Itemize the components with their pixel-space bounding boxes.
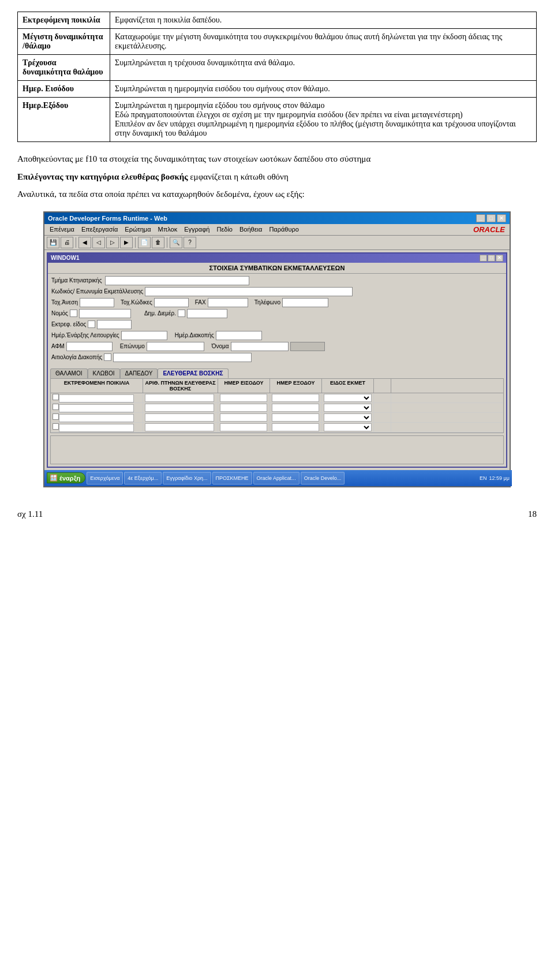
menu-voitheia[interactable]: Βοήθεια <box>237 225 265 234</box>
taskbar-item-1[interactable]: 4ε Εξερχόμ... <box>124 472 162 485</box>
grid-select-1-5[interactable] <box>324 394 372 402</box>
grid-input-4-3[interactable] <box>220 423 267 431</box>
paragraph-3: Αναλυτικά, τα πεδία στα οποία πρέπει να … <box>17 188 537 201</box>
grid-select-4-5[interactable] <box>324 423 372 431</box>
grid-select-3-5[interactable] <box>324 413 372 422</box>
grid-input-4-2[interactable] <box>145 423 214 431</box>
tab-klovoi[interactable]: ΚΛΩΒΟΙ <box>88 368 120 378</box>
tb-sep2 <box>135 237 136 248</box>
grid-input-1-4[interactable] <box>272 394 319 402</box>
grid-input-1-1[interactable] <box>59 394 134 403</box>
titlebar-buttons[interactable]: _ □ ✕ <box>476 214 506 222</box>
tach-anash-label: Τοχ.Άνεση <box>51 299 78 305</box>
tb-delete[interactable]: 🗑 <box>152 237 164 248</box>
tab-eleutheras-voskis[interactable]: ΕΛΕΥΘΕΡΑΣ ΒΟΣΚΗΣ <box>158 368 228 378</box>
eponymo-input[interactable] <box>147 342 204 351</box>
taskbar-item-0[interactable]: Εισερχόμενα <box>87 472 123 485</box>
aitiologia-checkbox[interactable] <box>104 353 111 361</box>
tb-help[interactable]: ? <box>184 237 196 248</box>
afm-input[interactable] <box>66 342 113 351</box>
data-grid: ΕΚΤΡΕΦΟΜΕΝΗ ΠΟΙΚΙΛΙΑ ΑΡΙΘ. ΠΤΗΝΩΝ ΕΛΕΥΘΕ… <box>50 378 504 433</box>
menu-epexergasia[interactable]: Επεξεργασία <box>78 225 121 234</box>
tmima-input[interactable] <box>105 276 249 285</box>
nomos-row: Νομός Δημ. Διεμέρ. <box>51 309 503 318</box>
menu-mplok[interactable]: Μπλοκ <box>155 225 181 234</box>
menu-erotema[interactable]: Ερώτημα <box>122 225 154 234</box>
inner-close[interactable]: ✕ <box>496 255 503 262</box>
grid-input-3-4[interactable] <box>272 413 319 422</box>
menu-eggrafi[interactable]: Εγγραφή <box>181 225 212 234</box>
nomos-checkbox[interactable] <box>70 310 77 317</box>
kodikos-input[interactable] <box>145 287 353 296</box>
tach-anash-input[interactable] <box>80 298 114 307</box>
start-button[interactable]: 🪟 έναρξη <box>47 472 85 483</box>
close-button[interactable]: ✕ <box>497 214 506 222</box>
onoma-extra-input[interactable] <box>290 342 325 351</box>
inner-window-title: WINDOW1 <box>51 255 79 261</box>
tb-new[interactable]: 📄 <box>138 237 151 248</box>
menu-pedio[interactable]: Πεδίο <box>214 225 235 234</box>
tmima-row: Τμήμα Κτηνιατρικής <box>51 276 503 285</box>
hmer-diakopis-input[interactable] <box>216 331 262 340</box>
taskbar-item-2[interactable]: Εγγραφίδιο Χρη... <box>163 472 211 485</box>
grid-input-3-2[interactable] <box>145 413 214 422</box>
menu-parathyro[interactable]: Παράθυρο <box>266 225 301 234</box>
grid-col-exodos: ΗΜΕΡ ΕΞΟΔΟΥ <box>270 379 322 393</box>
grid-cell-4-6 <box>374 423 391 432</box>
start-icon: 🪟 <box>50 474 58 482</box>
taskbar-item-3[interactable]: ΠΡΟΣΚΜΕΗΕ <box>212 472 252 485</box>
minimize-button[interactable]: _ <box>476 214 485 222</box>
aitiologia-input[interactable] <box>113 353 252 362</box>
grid-check-3-1[interactable] <box>53 413 59 420</box>
paragraph-2-rest: εμφανίζεται η κάτωθι οθόνη <box>188 172 289 181</box>
nomos-input[interactable] <box>79 309 131 318</box>
tb-search[interactable]: 🔍 <box>170 237 182 248</box>
taskbar-item-5[interactable]: Oracle Develo... <box>301 472 345 485</box>
oracle-menubar: Επένεμα Επεξεργασία Ερώτημα Μπλοκ Εγγραφ… <box>44 224 510 236</box>
tab-dapedou[interactable]: ΔΑΠΕΔΟΥ <box>120 368 158 378</box>
taskbar-item-4[interactable]: Oracle Applicat... <box>253 472 300 485</box>
tilefono-input[interactable] <box>282 298 328 307</box>
grid-input-1-2[interactable] <box>145 394 214 402</box>
inner-minimize[interactable]: _ <box>480 255 487 262</box>
ektrof-checkbox[interactable] <box>88 321 95 328</box>
fax-label: FAX <box>195 299 206 305</box>
dhm-checkbox[interactable] <box>178 310 185 317</box>
grid-input-3-1[interactable] <box>59 414 134 422</box>
grid-input-2-1[interactable] <box>59 404 134 412</box>
tach-kodikos-input[interactable] <box>154 298 189 307</box>
tb-left[interactable]: ◀ <box>78 237 91 248</box>
oracle-logo: ORACLE <box>473 225 505 234</box>
maximize-button[interactable]: □ <box>486 214 496 222</box>
tb-print[interactable]: 🖨 <box>61 237 73 248</box>
tmima-label: Τμήμα Κτηνιατρικής <box>51 277 103 284</box>
dhm-input[interactable] <box>187 309 227 318</box>
tb-prev[interactable]: ◁ <box>92 237 105 248</box>
grid-input-1-3[interactable] <box>220 394 267 402</box>
grid-input-4-1[interactable] <box>59 424 134 432</box>
oracle-toolbar: 💾 🖨 ◀ ◁ ▷ ▶ 📄 🗑 🔍 ? <box>44 236 510 250</box>
inner-titlebar-btns[interactable]: _ □ ✕ <box>480 255 503 262</box>
grid-input-3-3[interactable] <box>220 413 267 422</box>
tab-thalamoi[interactable]: ΘΑΛΑΜΟΙ <box>50 368 88 378</box>
grid-col-arithmos: ΑΡΙΘ. ΠΤΗΝΩΝ ΕΛΕΥΘΕΡΑΣ ΒΟΣΚΗΣ <box>143 379 218 393</box>
grid-input-2-4[interactable] <box>272 404 319 412</box>
table-label-cell: Ημερ. Εισόδου <box>18 81 110 98</box>
grid-check-2-1[interactable] <box>53 404 59 410</box>
tb-save[interactable]: 💾 <box>47 237 59 248</box>
grid-input-2-2[interactable] <box>145 404 214 412</box>
inner-maximize[interactable]: □ <box>488 255 495 262</box>
grid-cell-3-5 <box>322 413 374 422</box>
hmer-enarghs-input[interactable] <box>121 331 167 340</box>
grid-input-2-3[interactable] <box>220 404 267 412</box>
tb-next[interactable]: ▷ <box>106 237 119 248</box>
grid-check-1-1[interactable] <box>53 394 59 400</box>
grid-check-4-1[interactable] <box>53 423 59 430</box>
onoma-input[interactable] <box>231 342 289 351</box>
tb-right[interactable]: ▶ <box>120 237 133 248</box>
ektrof-input[interactable] <box>97 320 132 329</box>
grid-select-2-5[interactable] <box>324 404 372 412</box>
fax-input[interactable] <box>208 298 248 307</box>
menu-epenerma[interactable]: Επένεμα <box>47 225 77 234</box>
grid-input-4-4[interactable] <box>272 423 319 431</box>
